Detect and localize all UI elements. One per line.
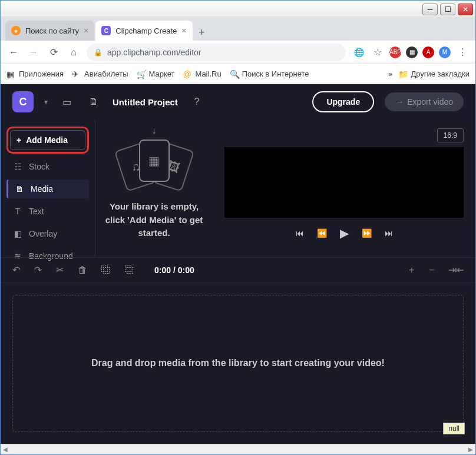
empty-message: Your library is empty, click 'Add Media'… <box>101 200 207 240</box>
browser-tab[interactable]: C Clipchamp Create × <box>95 21 192 41</box>
copy-button[interactable]: ⿻ <box>101 265 111 275</box>
rewind-icon[interactable]: ⏪ <box>317 228 327 238</box>
bookmark-item[interactable]: ✈Авиабилеты <box>72 69 128 79</box>
mail-icon: @ <box>183 69 193 79</box>
preview-panel: 16:9 ⏮ ⏪ ▶ ⏩ ⏭ <box>213 119 475 257</box>
export-button[interactable]: → Export video <box>385 92 464 111</box>
extension-icon[interactable]: ▦ <box>406 47 418 58</box>
main-row: + Add Media ☷Stock 🗎Media TText ◧Overlay… <box>1 119 475 257</box>
forward-button[interactable]: → <box>27 45 41 59</box>
text-icon: T <box>12 207 23 216</box>
app-logo[interactable]: C <box>12 91 34 112</box>
plus-icon: + <box>16 135 21 145</box>
fit-button[interactable]: ⇥⇤ <box>448 264 464 275</box>
zoom-out-button[interactable]: − <box>429 265 434 275</box>
apps-button[interactable]: ▦Приложения <box>6 69 64 79</box>
timeline: Drag and drop media from the library to … <box>1 283 475 444</box>
tab-close-icon[interactable]: × <box>181 26 186 35</box>
bookmark-item[interactable]: @Mail.Ru <box>183 69 222 79</box>
browser-tab[interactable]: ● Поиск по сайту × <box>5 21 94 41</box>
add-media-button[interactable]: + Add Media <box>10 130 85 150</box>
browser-window: ─ ☐ ✕ ● Поиск по сайту × C Clipchamp Cre… <box>0 0 476 455</box>
redo-button[interactable]: ↷ <box>34 264 42 275</box>
add-media-highlight: + Add Media <box>6 127 89 154</box>
star-icon[interactable]: ☆ <box>371 45 385 59</box>
library-panel: ↓ ♫ ▦ 🖼 Your library is empty, click 'Ad… <box>95 119 213 257</box>
delete-button[interactable]: 🗑 <box>78 265 87 275</box>
empty-illustration: ↓ ♫ ▦ 🖼 <box>116 128 193 193</box>
folder-icon: 📁 <box>398 69 408 79</box>
bookmarks-bar: ▦Приложения ✈Авиабилеты 🛒Маркет @Mail.Ru… <box>1 64 475 84</box>
sidebar: + Add Media ☷Stock 🗎Media TText ◧Overlay… <box>1 119 95 257</box>
favicon-icon: ● <box>11 26 21 35</box>
other-bookmarks[interactable]: 📁Другие закладки <box>398 69 470 79</box>
timeline-dropzone[interactable]: Drag and drop media from the library to … <box>12 295 464 433</box>
menu-icon[interactable]: ⋮ <box>455 45 470 59</box>
cut-button[interactable]: ✂ <box>56 264 64 275</box>
home-button[interactable]: ⌂ <box>67 45 81 59</box>
null-tooltip: null <box>443 423 465 434</box>
arrow-right-icon: → <box>395 97 404 107</box>
play-button[interactable]: ▶ <box>340 226 349 240</box>
app-content: C ▾ ▭ 🗎 Untitled Project ? Upgrade → Exp… <box>1 84 475 444</box>
project-title[interactable]: Untitled Project <box>113 97 178 107</box>
timeline-hint: Drag and drop media from the library to … <box>91 356 385 371</box>
skip-end-icon[interactable]: ⏭ <box>385 228 393 238</box>
address-bar[interactable]: 🔒 app.clipchamp.com/editor <box>87 44 346 61</box>
url-text: app.clipchamp.com/editor <box>107 48 201 57</box>
reload-button[interactable]: ⟳ <box>47 45 61 59</box>
timeline-toolbar: ↶ ↷ ✂ 🗑 ⿻ ⿻ 0:00 / 0:00 + − ⇥⇤ <box>1 257 475 283</box>
help-icon[interactable]: ? <box>189 94 205 110</box>
bookmark-item[interactable]: 🔍Поиск в Интернете <box>230 69 309 79</box>
file-icon[interactable]: 🗎 <box>85 94 102 110</box>
film-icon[interactable]: ▭ <box>58 94 75 110</box>
new-tab-button[interactable]: + <box>194 24 210 41</box>
film-card-icon: ▦ <box>139 140 170 182</box>
profile-avatar[interactable]: M <box>439 47 451 58</box>
pdf-icon[interactable]: A <box>422 47 434 58</box>
address-bar-row: ← → ⟳ ⌂ 🔒 app.clipchamp.com/editor 🌐 ☆ A… <box>1 41 475 64</box>
tab-strip: ● Поиск по сайту × C Clipchamp Create × … <box>1 18 475 41</box>
stock-icon: ☷ <box>12 162 23 171</box>
sidebar-item-text[interactable]: TText <box>6 202 89 221</box>
bookmark-item[interactable]: 🛒Маркет <box>137 69 175 79</box>
close-button[interactable]: ✕ <box>458 4 473 15</box>
extension-icons: 🌐 ☆ ABP ▦ A M ⋮ <box>352 45 470 59</box>
overflow-icon[interactable]: » <box>388 69 392 78</box>
search-icon: 🔍 <box>230 69 239 79</box>
duplicate-button[interactable]: ⿻ <box>125 265 134 275</box>
skip-start-icon[interactable]: ⏮ <box>296 228 304 238</box>
preview-canvas[interactable] <box>224 147 464 218</box>
sidebar-item-stock[interactable]: ☷Stock <box>6 157 89 176</box>
favicon-icon: C <box>101 26 111 35</box>
upgrade-button[interactable]: Upgrade <box>312 91 374 112</box>
aspect-ratio-badge[interactable]: 16:9 <box>437 128 464 142</box>
apps-icon: ▦ <box>6 69 16 79</box>
overlay-icon: ◧ <box>12 229 23 238</box>
timecode: 0:00 / 0:00 <box>154 265 194 275</box>
translate-icon[interactable]: 🌐 <box>352 45 366 59</box>
tab-close-icon[interactable]: × <box>84 26 88 35</box>
plane-icon: ✈ <box>72 69 81 79</box>
sidebar-item-media[interactable]: 🗎Media <box>6 180 89 198</box>
lock-icon: 🔒 <box>94 48 103 57</box>
back-button[interactable]: ← <box>6 45 21 59</box>
empty-state: ↓ ♫ ▦ 🖼 Your library is empty, click 'Ad… <box>101 128 207 240</box>
horizontal-scrollbar[interactable]: ◀ ▶ <box>1 444 475 454</box>
maximize-button[interactable]: ☐ <box>440 4 455 15</box>
adblock-icon[interactable]: ABP <box>389 47 401 58</box>
playback-controls: ⏮ ⏪ ▶ ⏩ ⏭ <box>224 218 464 248</box>
down-arrow-icon: ↓ <box>152 125 157 136</box>
undo-button[interactable]: ↶ <box>12 264 20 275</box>
sidebar-item-overlay[interactable]: ◧Overlay <box>6 224 89 243</box>
tab-title: Clipchamp Create <box>115 26 177 35</box>
forward-icon[interactable]: ⏩ <box>362 228 372 238</box>
zoom-in-button[interactable]: + <box>409 265 414 275</box>
app-header: C ▾ ▭ 🗎 Untitled Project ? Upgrade → Exp… <box>1 84 475 119</box>
tab-title: Поиск по сайту <box>25 26 79 35</box>
media-icon: 🗎 <box>14 184 25 194</box>
minimize-button[interactable]: ─ <box>422 4 438 15</box>
window-titlebar: ─ ☐ ✕ <box>1 1 475 18</box>
chevron-down-icon[interactable]: ▾ <box>44 98 48 106</box>
market-icon: 🛒 <box>137 69 146 79</box>
